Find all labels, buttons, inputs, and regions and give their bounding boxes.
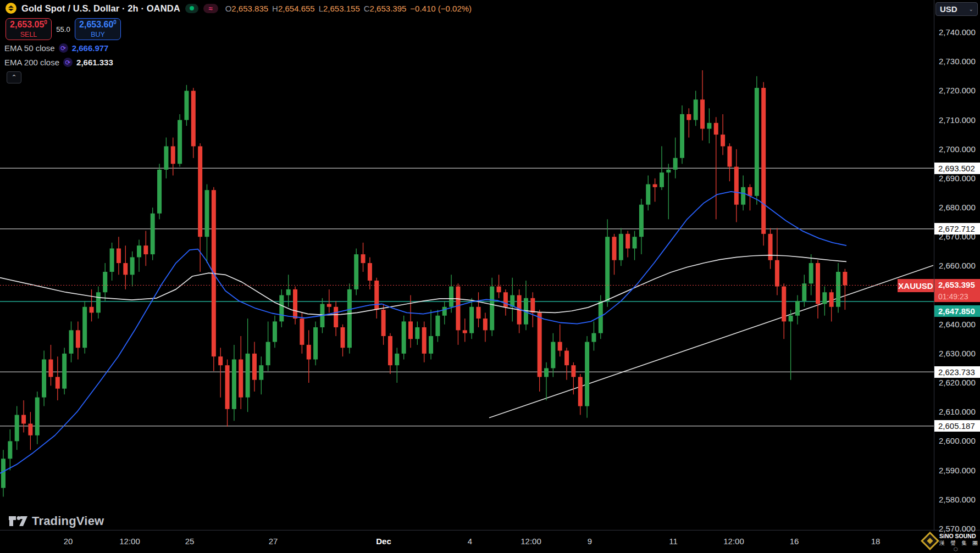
price-tick: 2,580.000 [939, 495, 976, 504]
candle-body [605, 237, 610, 301]
candle-body [755, 88, 759, 196]
candle-body [456, 287, 460, 331]
candle-body [843, 272, 847, 285]
candle-body [307, 345, 311, 360]
candle-body [8, 441, 12, 459]
candle-body [21, 415, 26, 424]
collapse-legend-button[interactable]: ⌃ [7, 71, 21, 83]
candle-body [246, 354, 250, 398]
ema50-value: 2,666.977 [72, 43, 109, 53]
candle-body [483, 319, 488, 330]
candle-body [538, 312, 542, 377]
time-label: 18 [871, 537, 881, 546]
open-value: 2,653.835 [231, 4, 268, 13]
approx-price-icon[interactable]: ≈ [203, 4, 218, 13]
ema50-legend[interactable]: EMA 50 close ⟳ 2,666.977 [4, 43, 108, 53]
candle-body [558, 342, 562, 351]
candle-body [727, 146, 732, 166]
price-tick: 2,720.000 [939, 86, 976, 95]
candle-body [402, 321, 406, 353]
candle-body [35, 398, 40, 435]
trendline [489, 265, 933, 418]
market-status-icon[interactable] [185, 4, 198, 13]
buy-button[interactable]: 2,653.600 BUY [75, 18, 121, 40]
candle-body [612, 237, 617, 260]
price-tick: 2,710.000 [939, 115, 976, 125]
candle-body [673, 158, 678, 170]
candle-body [714, 123, 718, 135]
candle-body [619, 234, 623, 260]
candle-body [700, 99, 705, 129]
candle-body [82, 307, 87, 348]
sell-button[interactable]: 2,653.050 SELL [5, 18, 52, 40]
candle-body [782, 287, 786, 322]
price-tick: 2,660.000 [939, 261, 976, 270]
currency-dropdown[interactable]: USD ⌄ [935, 2, 978, 16]
gold-symbol-icon[interactable] [5, 3, 16, 14]
candle-body [680, 114, 684, 158]
candlestick-chart[interactable] [0, 0, 980, 553]
candle-body [625, 234, 630, 249]
candle-body [178, 120, 182, 164]
tradingview-logo[interactable]: TradingView [9, 514, 104, 528]
candle-body [130, 257, 135, 275]
candle-body [225, 365, 230, 409]
candle-body [633, 237, 637, 248]
candle-body [151, 214, 155, 254]
candle-body [585, 342, 589, 406]
price-level-tag: 2,672.712 [934, 223, 980, 234]
candle-body [795, 301, 800, 316]
candle-body [408, 321, 413, 339]
candle-body [347, 289, 352, 348]
candle-body [836, 272, 840, 307]
candle-body [653, 184, 657, 187]
candle-body [802, 283, 806, 301]
candle-body [42, 360, 46, 398]
candle-body [477, 307, 481, 319]
candle-body [822, 292, 827, 304]
candle-body [415, 327, 419, 339]
price-level-tag: 2,623.733 [934, 366, 980, 378]
price-tick: 2,640.000 [939, 320, 976, 329]
price-tick: 2,570.000 [939, 524, 976, 533]
support-price-tag: 2,647.850 [934, 305, 980, 317]
price-tick: 2,730.000 [939, 57, 976, 66]
candle-body [578, 377, 583, 406]
candle-body [218, 356, 223, 365]
candle-body [293, 289, 297, 319]
candle-body [544, 368, 549, 377]
close-value: 2,653.395 [370, 4, 407, 13]
ema200-legend[interactable]: EMA 200 close ⟳ 2,661.333 [4, 58, 113, 67]
high-value: 2,654.655 [278, 4, 315, 13]
candle-body [707, 123, 711, 129]
price-tick: 2,590.000 [939, 466, 976, 475]
candle-body [259, 365, 263, 380]
candle-body [143, 245, 148, 254]
candle-body [469, 307, 474, 333]
candle-body [761, 88, 766, 234]
time-label: Dec [376, 537, 391, 546]
candle-body [205, 190, 209, 237]
candle-body [591, 333, 596, 342]
candle-body [354, 254, 358, 289]
candle-body [96, 292, 101, 312]
candle-body [28, 423, 32, 435]
candle-body [171, 146, 175, 164]
time-label: 11 [669, 537, 678, 546]
candle-body [571, 365, 575, 377]
candle-body [381, 310, 386, 336]
candle-body [442, 307, 447, 316]
price-tick: 2,740.000 [939, 27, 976, 37]
candle-body [56, 377, 60, 388]
candle-body [388, 336, 392, 365]
price-tick: 2,630.000 [939, 349, 976, 358]
price-tick: 2,700.000 [939, 144, 976, 154]
candle-body [374, 281, 379, 310]
symbol-title[interactable]: Gold Spot / U.S. Dollar · 2h · OANDA [21, 3, 180, 14]
time-label: 4 [468, 537, 472, 546]
low-value: 2,653.155 [323, 4, 360, 13]
candle-body [660, 172, 664, 187]
candle-body [15, 415, 19, 442]
candle-body [646, 184, 650, 204]
time-label: 12:00 [521, 537, 541, 546]
